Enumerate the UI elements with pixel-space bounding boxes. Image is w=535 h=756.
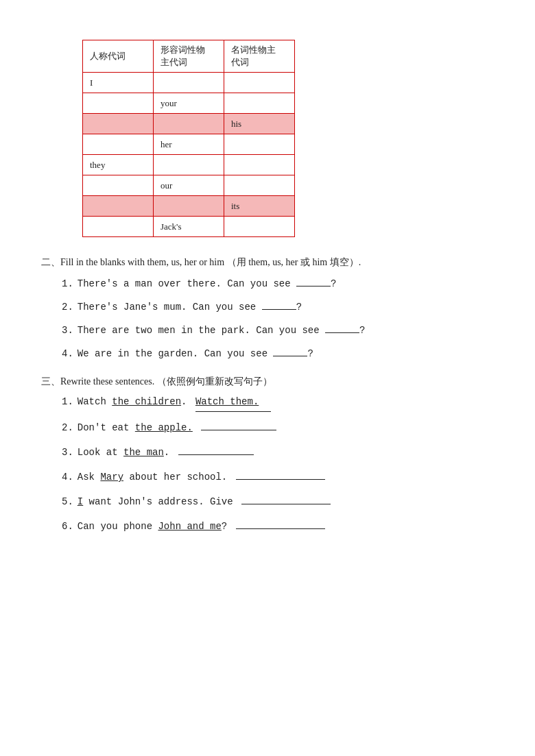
pronoun-table: 人称代词 形容词性物主代词 名词性物主代词 Iyourhishertheyour… [82, 40, 295, 237]
underlined-text: the man [123, 447, 164, 458]
list-item: Don't eat the apple. [62, 419, 494, 437]
underlined-text: I [78, 496, 83, 507]
table-cell-4-1 [154, 155, 224, 175]
blank-field[interactable] [296, 286, 331, 286]
table-row: its [83, 196, 295, 217]
table-cell-4-2 [224, 155, 295, 175]
table-row: our [83, 175, 295, 196]
col-header-1: 人称代词 [83, 40, 154, 73]
list-item: Ask Mary about her school. [62, 469, 494, 486]
table-row: her [83, 134, 295, 155]
section2-title-en: 二、Fill in the blanks with them, us, her … [41, 257, 224, 267]
section2: 二、Fill in the blanks with them, us, her … [41, 254, 494, 362]
blank-field[interactable] [325, 332, 359, 333]
section2-intro: 二、Fill in the blanks with them, us, her … [41, 254, 494, 271]
list-item: Watch the children. Watch them. [62, 393, 494, 411]
table-cell-6-1 [154, 196, 224, 217]
list-item: Look at the man. [62, 444, 494, 461]
list-item: There's Jane's mum. Can you see ? [62, 300, 494, 316]
table-cell-7-0 [83, 217, 154, 237]
table-cell-5-0 [83, 175, 154, 196]
table-cell-2-1 [154, 114, 224, 134]
table-cell-1-0 [83, 93, 154, 114]
section3-title-cn: （依照例句重新改写句子） [157, 376, 272, 387]
table-row: they [83, 155, 295, 175]
table-cell-0-2 [224, 73, 295, 93]
section3-list: Watch the children. Watch them.Don't eat… [62, 393, 494, 535]
col-header-3: 名词性物主代词 [224, 40, 295, 73]
blank-field[interactable] [273, 356, 307, 356]
list-item: We are in the garden. Can you see ? [62, 346, 494, 363]
section2-title-cn: （用 them, us, her 或 him 填空）. [227, 257, 361, 267]
table-cell-0-0: I [83, 73, 154, 93]
underlined-text: the apple. [135, 422, 193, 433]
table-cell-4-0: they [83, 155, 154, 175]
table-cell-1-1: your [154, 93, 224, 114]
table-cell-3-1: her [154, 134, 224, 155]
underlined-text: Mary [100, 472, 123, 483]
table-cell-3-0 [83, 134, 154, 155]
table-cell-2-2: his [224, 114, 295, 134]
col-header-2: 形容词性物主代词 [154, 40, 224, 73]
table-cell-5-2 [224, 175, 295, 196]
section3-intro: 三、Rewrite these sentences. （依照例句重新改写句子） [41, 376, 494, 388]
table-cell-7-2 [224, 217, 295, 237]
section3: 三、Rewrite these sentences. （依照例句重新改写句子） … [41, 376, 494, 535]
answer-field[interactable] [178, 454, 254, 455]
blank-field[interactable] [262, 309, 296, 310]
table-cell-1-2 [224, 93, 295, 114]
table-cell-0-1 [154, 73, 224, 93]
answer-field[interactable] [241, 504, 331, 504]
table-cell-3-2 [224, 134, 295, 155]
list-item: There's a man over there. Can you see ? [62, 276, 494, 293]
answer-field[interactable]: Watch them. [195, 393, 271, 411]
table-row: his [83, 114, 295, 134]
table-row: Jack's [83, 217, 295, 237]
answer-field[interactable] [201, 430, 276, 430]
underlined-text: John and me [158, 521, 221, 532]
answer-field[interactable] [236, 528, 325, 529]
list-item: There are two men in the park. Can you s… [62, 323, 494, 339]
section2-list: There's a man over there. Can you see ?T… [62, 276, 494, 362]
list-item: Can you phone John and me? [62, 518, 494, 535]
section3-title: 三、Rewrite these sentences. [41, 376, 154, 387]
table-cell-6-0 [83, 196, 154, 217]
underlined-text: the children [112, 396, 181, 407]
list-item: I want John's address. Give [62, 493, 494, 511]
table-cell-6-2: its [224, 196, 295, 217]
table-cell-7-1: Jack's [154, 217, 224, 237]
table-cell-5-1: our [154, 175, 224, 196]
table-cell-2-0 [83, 114, 154, 134]
table-row: I [83, 73, 295, 93]
table-row: your [83, 93, 295, 114]
answer-field[interactable] [236, 479, 325, 480]
